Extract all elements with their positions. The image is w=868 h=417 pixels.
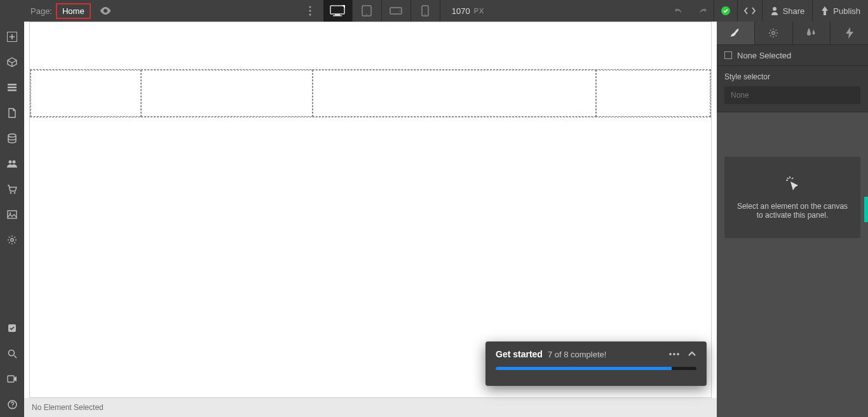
- breakpoint-tablet[interactable]: [353, 0, 382, 22]
- column-1[interactable]: [31, 70, 141, 117]
- style-selector-label: Style selector: [724, 72, 860, 81]
- svg-point-14: [773, 7, 776, 11]
- column-3[interactable]: [313, 70, 596, 117]
- panel-empty-text: Select an element on the canvas to activ…: [724, 202, 860, 220]
- ecommerce-button[interactable]: [0, 176, 24, 202]
- navigator-button[interactable]: [0, 75, 24, 100]
- export-code-button[interactable]: [737, 0, 762, 22]
- onboarding-more-button[interactable]: [668, 352, 680, 356]
- breakpoint-desktop[interactable]: [323, 0, 353, 22]
- svg-rect-24: [8, 211, 17, 218]
- users-button[interactable]: [0, 151, 24, 176]
- add-element-button[interactable]: [0, 24, 24, 50]
- svg-point-33: [673, 353, 675, 355]
- pointer-click-icon: [784, 175, 801, 193]
- svg-point-1: [309, 10, 311, 11]
- canvas-width-display: 1070 PX: [452, 6, 485, 16]
- style-selector-input[interactable]: [724, 86, 860, 104]
- element-settings-tab[interactable]: [755, 22, 793, 44]
- status-text: No Element Selected: [32, 403, 104, 412]
- symbols-button[interactable]: [0, 50, 24, 75]
- right-panel: None Selected Style selector Select an e…: [717, 22, 868, 417]
- column-4[interactable]: [596, 70, 710, 117]
- svg-rect-3: [330, 6, 344, 14]
- svg-rect-29: [8, 376, 14, 382]
- svg-point-26: [11, 239, 13, 241]
- search-button[interactable]: [0, 341, 24, 366]
- page-name-highlight[interactable]: Home: [56, 3, 91, 19]
- canvas-width-value: 1070: [452, 6, 470, 16]
- help-button[interactable]: [0, 392, 24, 417]
- svg-point-8: [367, 14, 368, 15]
- assets-button[interactable]: [0, 202, 24, 227]
- column-2[interactable]: [141, 70, 313, 117]
- svg-point-31: [11, 406, 13, 407]
- page-label: Page:: [31, 6, 52, 16]
- cms-button[interactable]: [0, 126, 24, 151]
- panel-empty-state: Select an element on the canvas to activ…: [717, 112, 868, 417]
- svg-point-12: [425, 14, 426, 15]
- pages-button[interactable]: [0, 100, 24, 126]
- video-tutorials-button[interactable]: [0, 366, 24, 392]
- style-tab[interactable]: [717, 22, 755, 44]
- svg-rect-17: [8, 87, 17, 89]
- svg-point-0: [309, 6, 311, 8]
- redo-button[interactable]: [691, 0, 714, 22]
- left-toolbar: [0, 22, 24, 417]
- svg-rect-4: [335, 14, 340, 15]
- selection-icon: [724, 51, 732, 59]
- publish-button[interactable]: Publish: [812, 0, 868, 22]
- style-selector-section: Style selector: [717, 66, 868, 112]
- undo-button[interactable]: [668, 0, 691, 22]
- svg-point-35: [772, 32, 775, 34]
- svg-rect-5: [333, 15, 342, 17]
- onboarding-collapse-button[interactable]: [688, 351, 696, 357]
- preview-button[interactable]: [95, 0, 116, 22]
- right-panel-tabs: [717, 22, 868, 44]
- svg-point-28: [8, 350, 14, 355]
- onboarding-progress-bar: [496, 367, 696, 370]
- svg-point-19: [8, 134, 16, 137]
- canvas-width-unit: PX: [474, 7, 485, 15]
- settings-button[interactable]: [0, 227, 24, 253]
- onboarding-panel: Get started 7 of 8 complete!: [485, 341, 707, 386]
- selection-text: None Selected: [737, 51, 791, 60]
- audit-button[interactable]: [0, 315, 24, 341]
- more-options-button[interactable]: [299, 0, 321, 22]
- onboarding-subtitle: 7 of 8 complete!: [548, 350, 607, 359]
- share-button[interactable]: Share: [762, 0, 813, 22]
- interactions-tab[interactable]: [831, 22, 868, 44]
- status-ok-button[interactable]: [714, 0, 737, 22]
- svg-point-25: [10, 213, 11, 214]
- breakpoint-phone-portrait[interactable]: [411, 0, 440, 22]
- onboarding-title: Get started: [496, 349, 543, 359]
- selection-indicator: None Selected: [717, 44, 868, 66]
- svg-point-22: [10, 192, 12, 194]
- svg-point-20: [9, 161, 12, 164]
- columns-element[interactable]: [30, 69, 711, 117]
- style-manager-tab[interactable]: [793, 22, 831, 44]
- svg-point-21: [13, 161, 16, 164]
- onboarding-progress-fill: [496, 367, 672, 370]
- svg-rect-16: [8, 84, 17, 86]
- top-bar: Page: Home 1070 PX: [0, 0, 868, 22]
- svg-point-32: [669, 353, 672, 355]
- svg-point-10: [400, 10, 401, 11]
- right-panel-drawer-handle[interactable]: [864, 197, 868, 222]
- svg-point-2: [309, 13, 311, 15]
- svg-point-23: [14, 192, 16, 194]
- breakpoint-phone-landscape[interactable]: [382, 0, 411, 22]
- svg-point-34: [677, 353, 679, 355]
- status-bar: No Element Selected: [24, 398, 717, 417]
- svg-rect-18: [8, 89, 17, 91]
- breakpoint-switcher: [323, 0, 440, 22]
